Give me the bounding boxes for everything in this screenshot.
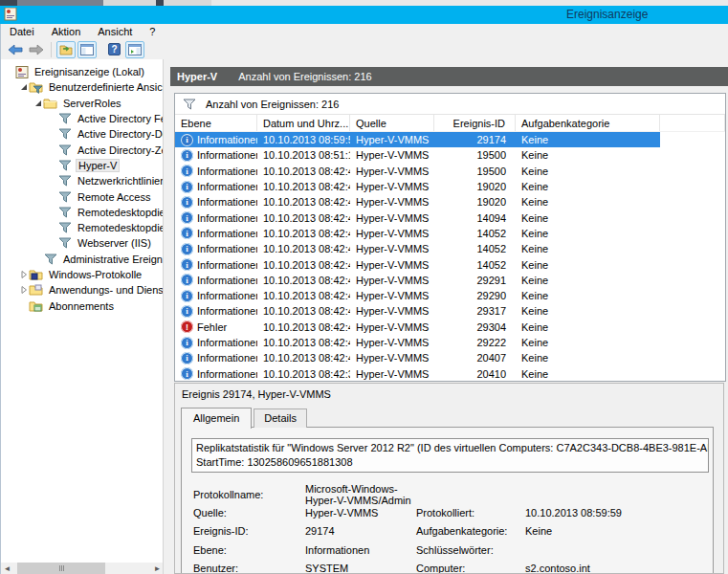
column-header-quelle[interactable]: Quelle <box>350 115 434 131</box>
event-id-cell: 29317 <box>434 305 516 317</box>
event-source-cell: Hyper-V-VMMS <box>350 196 434 208</box>
event-source-cell: Hyper-V-VMMS <box>350 352 434 364</box>
tree-item-ereignisanzeige-lokal[interactable]: Ereignisanzeige (Lokal) <box>1 64 164 79</box>
tab-allgemein[interactable]: Allgemein <box>181 408 252 429</box>
tree-horizontal-scrollbar[interactable]: ◄ ► <box>1 563 164 574</box>
tree-item-remotedesktopdiens[interactable]: Remotedesktopdiens <box>1 205 164 220</box>
scrollbar-track[interactable] <box>13 563 151 574</box>
event-row[interactable]: iInformationen10.10.2013 08:51:12Hyper-V… <box>175 147 660 163</box>
property-value: 29174 <box>305 525 416 537</box>
event-source-cell: Hyper-V-VMMS <box>350 228 434 239</box>
tree-item-label: Windows-Protokolle <box>47 269 143 280</box>
menu-item-ansicht[interactable]: Ansicht <box>89 25 141 38</box>
event-row[interactable]: iInformationen10.10.2013 08:59:59Hyper-V… <box>175 132 660 147</box>
event-id-cell: 20407 <box>434 352 516 364</box>
work-area: Ereignisanzeige (Lokal)Benutzerdefiniert… <box>0 59 728 574</box>
property-label: Protokolliert: <box>416 507 525 519</box>
back-button[interactable] <box>6 41 25 58</box>
event-row[interactable]: iInformationen10.10.2013 08:42:41Hyper-V… <box>175 335 660 350</box>
event-category-cell: Keine <box>516 290 660 301</box>
tab-details[interactable]: Details <box>254 408 307 428</box>
event-row[interactable]: iInformationen10.10.2013 08:42:41Hyper-V… <box>175 210 660 225</box>
filter-bar[interactable]: Anzahl von Ereignissen: 216 <box>175 94 725 115</box>
property-row: Quelle:Hyper-V-VMMSProtokolliert:10.10.2… <box>193 503 713 521</box>
event-row[interactable]: !Fehler10.10.2013 08:42:41Hyper-V-VMMS29… <box>175 320 660 335</box>
scrollbar-thumb[interactable] <box>17 563 105 574</box>
tree-item-windows-protokolle[interactable]: Windows-Protokolle <box>1 267 164 282</box>
tree-item-label: Webserver (IIS) <box>76 237 153 249</box>
tree-expander-collapsed-icon[interactable] <box>19 270 29 279</box>
event-level-text: Informationen <box>197 352 257 364</box>
action-pane-toggle-button[interactable] <box>125 41 144 58</box>
menu-item-?[interactable]: ? <box>141 25 164 38</box>
event-row[interactable]: iInformationen10.10.2013 08:42:41Hyper-V… <box>175 273 660 288</box>
console-tree: Ereignisanzeige (Lokal)Benutzerdefiniert… <box>1 64 164 314</box>
tree-item-hyper-v[interactable]: Hyper-V <box>1 158 164 173</box>
tree-item-active-directory-fede[interactable]: Active Directory Fede <box>1 111 164 126</box>
tree-item-benutzerdefinierte-ansichten[interactable]: Benutzerdefinierte Ansichten <box>1 79 164 95</box>
tree-item-remote-access[interactable]: Remote Access <box>1 188 164 204</box>
tree-item-netzwerkrichtlinien-u[interactable]: Netzwerkrichtlinien- u <box>1 173 164 188</box>
information-level-icon: i <box>181 134 193 146</box>
folder-icon <box>43 97 57 109</box>
property-value: Informationen <box>305 544 416 556</box>
event-id-cell: 19020 <box>434 196 516 208</box>
event-row[interactable]: iInformationen10.10.2013 08:42:43Hyper-V… <box>175 194 660 210</box>
tree-item-webserver-iis[interactable]: Webserver (IIS) <box>1 235 164 251</box>
column-header-ereignis-id[interactable]: Ereignis-ID <box>434 115 516 131</box>
event-level-text: Fehler <box>197 321 227 333</box>
help-button[interactable]: ? <box>104 41 123 58</box>
event-datetime-cell: 10.10.2013 08:42:41 <box>257 337 350 348</box>
tree-item-active-directory-zerti[interactable]: Active Directory-Zerti <box>1 142 164 157</box>
event-row[interactable]: iInformationen10.10.2013 08:42:41Hyper-V… <box>175 303 660 319</box>
tree-item-active-directory-dom[interactable]: Active Directory-Dom <box>1 126 164 142</box>
toolbar-separator <box>51 42 52 57</box>
column-header-datumunduhrz[interactable]: Datum und Uhrz... <box>257 115 350 131</box>
folder-logs-icon <box>29 269 43 281</box>
scroll-left-arrow-icon[interactable]: ◄ <box>1 563 13 574</box>
tree-item-serverroles[interactable]: ServerRoles <box>1 96 164 111</box>
forward-button[interactable] <box>27 41 46 58</box>
event-datetime-cell: 10.10.2013 08:42:43 <box>257 181 350 192</box>
event-row[interactable]: iInformationen10.10.2013 08:42:44Hyper-V… <box>175 164 660 179</box>
event-source-cell: Hyper-V-VMMS <box>350 259 434 271</box>
tree-item-label: Ereignisanzeige (Lokal) <box>33 66 146 77</box>
tree-item-administrative-ereignisse[interactable]: Administrative Ereignisse <box>1 252 164 267</box>
tree-item-abonnements[interactable]: Abonnements <box>1 298 164 313</box>
property-value: Keine <box>525 525 713 537</box>
event-id-cell: 14052 <box>434 243 516 254</box>
column-header-ebene[interactable]: Ebene <box>175 115 257 131</box>
event-row[interactable]: iInformationen10.10.2013 08:42:43Hyper-V… <box>175 179 660 194</box>
tree-expander-expanded-icon[interactable] <box>19 82 29 92</box>
event-description-box[interactable]: Replikatstatistik für "Windows Server 20… <box>191 438 709 473</box>
event-datetime-cell: 10.10.2013 08:42:41 <box>257 305 350 317</box>
event-category-cell: Keine <box>516 352 660 364</box>
event-row[interactable]: iInformationen10.10.2013 08:42:41Hyper-V… <box>175 288 660 303</box>
menu-item-datei[interactable]: Datei <box>1 25 43 38</box>
title-bar[interactable]: Ereignisanzeige <box>0 6 728 24</box>
tree-item-label: Hyper-V <box>76 159 120 172</box>
tree-expander-collapsed-icon[interactable] <box>19 285 29 295</box>
information-level-icon: i <box>181 227 193 239</box>
event-category-cell: Keine <box>516 181 660 192</box>
event-row[interactable]: iInformationen10.10.2013 08:42:41Hyper-V… <box>175 226 660 241</box>
event-row[interactable]: iInformationen10.10.2013 08:42:41Hyper-V… <box>175 350 660 365</box>
event-row[interactable]: iInformationen10.10.2013 08:42:41Hyper-V… <box>175 241 660 256</box>
tree-item-anwendungs-und-dienstpro[interactable]: Anwendungs- und Dienstpro <box>1 282 164 298</box>
information-level-icon: i <box>181 165 193 177</box>
event-category-cell: Keine <box>516 275 660 286</box>
details-tab-content: Replikatstatistik für "Windows Server 20… <box>181 427 714 573</box>
menu-item-aktion[interactable]: Aktion <box>43 25 90 38</box>
event-source-cell: Hyper-V-VMMS <box>350 275 434 286</box>
tree-item-remotedesktopdiens[interactable]: Remotedesktopdiens <box>1 220 164 235</box>
event-row[interactable]: iInformationen10.10.2013 08:42:35Hyper-V… <box>175 365 660 381</box>
event-level-text: Informationen <box>197 259 257 271</box>
filter-icon <box>57 144 72 156</box>
event-row[interactable]: iInformationen10.10.2013 08:42:41Hyper-V… <box>175 256 660 272</box>
column-header-aufgabenkategorie[interactable]: Aufgabenkategorie <box>516 115 660 131</box>
export-folder-button[interactable] <box>56 41 76 58</box>
tree-expander-expanded-icon[interactable] <box>33 99 43 108</box>
console-tree-toggle-button[interactable] <box>77 41 97 58</box>
event-source-cell: Hyper-V-VMMS <box>350 134 434 145</box>
information-level-icon: i <box>181 196 193 209</box>
